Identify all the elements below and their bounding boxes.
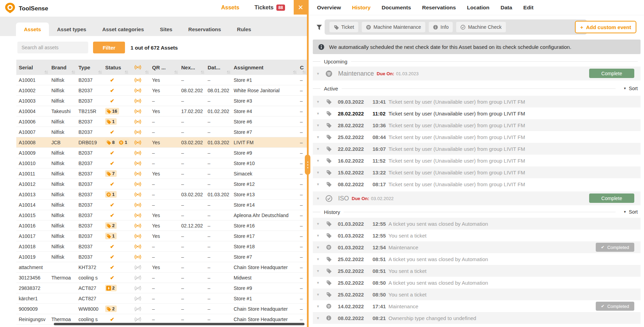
asset-row-a10015[interactable]: A10015NilfiskB2037✔Yes––Apleona Ahr Deut… — [16, 210, 307, 221]
column-header-nex[interactable]: Nex... — [179, 60, 205, 75]
detail-tab-location[interactable]: Location — [467, 5, 490, 11]
expand-caret-icon[interactable]: ▼ — [316, 197, 321, 200]
detail-tab-data[interactable]: Data — [501, 5, 512, 11]
add-custom-event-button[interactable]: + Add custom event — [575, 21, 636, 33]
asset-row-a10002[interactable]: A10002NilfiskB2037✔Yes08.02.20208.01.202… — [16, 85, 307, 96]
filter-funnel-icon[interactable] — [316, 25, 322, 30]
asset-row-a10019[interactable]: A10019NilfiskB2037✔–––Store #7– — [16, 252, 307, 262]
column-resize-handle[interactable] — [227, 71, 230, 74]
search-input[interactable] — [17, 42, 88, 53]
history-event-row[interactable]: ▼08.02.202208:21Ownership type changed t… — [313, 312, 641, 324]
expand-caret-icon[interactable]: ▼ — [316, 182, 321, 186]
expand-caret-icon[interactable]: ▼ — [316, 234, 321, 238]
detail-tab-edit[interactable]: Edit — [523, 5, 533, 11]
history-event-row[interactable]: ▼01.02.202210:57Ownership type changed t… — [313, 324, 641, 327]
column-header-brand[interactable]: Brand — [49, 60, 76, 75]
history-event-row[interactable]: ▼25.02.202208:51A ticket you sent was cl… — [313, 253, 641, 265]
detail-tab-history[interactable]: History — [352, 5, 370, 11]
filter-chip-info[interactable]: Info — [429, 22, 453, 32]
asset-row-a10003[interactable]: A10003NilfiskB2037✔–––Store #3– — [16, 96, 307, 106]
tab-asset-categories[interactable]: Asset categories — [94, 23, 152, 36]
asset-row-a10013[interactable]: A10013NilfiskB20371–03.02.20201.03.202St… — [16, 189, 307, 200]
detail-tab-overview[interactable]: Overview — [317, 5, 341, 11]
expand-caret-icon[interactable]: ▼ — [316, 171, 321, 174]
expand-caret-icon[interactable]: ▼ — [316, 304, 321, 308]
sort-active-control[interactable]: ▼ Sort — [623, 86, 638, 91]
history-event-row[interactable]: ▼14.02.202217:41Maintenance✔Completed — [313, 300, 641, 312]
column-header-c[interactable]: C — [298, 60, 307, 75]
expand-caret-icon[interactable]: ▼ — [316, 72, 321, 76]
asset-row-a10009[interactable]: A10009NilfiskB2037✔–––Store #9– — [16, 148, 307, 158]
history-event-row[interactable]: ▼25.02.202208:51You sent a ticket — [313, 265, 641, 277]
column-resize-handle[interactable] — [125, 71, 128, 74]
tab-rules[interactable]: Rules — [229, 23, 259, 36]
history-event-row[interactable]: ▼25.02.202208:50A ticket you sent was cl… — [313, 277, 641, 289]
asset-row-29838372[interactable]: 29838372ACT8272–––Store #9– — [16, 283, 307, 293]
column-resize-handle[interactable] — [293, 71, 296, 74]
expand-caret-icon[interactable]: ▼ — [316, 316, 321, 320]
expand-caret-icon[interactable]: ▼ — [316, 222, 321, 226]
active-event-row[interactable]: ▼22.02.202216:07Ticket sent by user (Una… — [313, 143, 641, 155]
detail-tab-reservations[interactable]: Reservations — [422, 5, 456, 11]
asset-row-a10007[interactable]: A10007NilfiskB2037✔–––Store #7– — [16, 127, 307, 137]
column-header-dat[interactable]: Dat... — [205, 60, 231, 75]
asset-row-kärcher1[interactable]: kärcher1ACT827–––Store #1– — [16, 293, 307, 304]
column-header-assignment[interactable]: Assignment — [231, 60, 298, 75]
filter-chip-machine-maintenance[interactable]: Machine Maintenance — [362, 22, 425, 32]
divider-drag-handle[interactable] — [305, 155, 310, 175]
expand-caret-icon[interactable]: ▼ — [316, 269, 321, 273]
complete-button[interactable]: Complete — [589, 193, 634, 203]
column-resize-handle[interactable] — [45, 71, 48, 74]
asset-row-30123456[interactable]: 30123456Thermoacooling s✔–––Midwest– — [16, 273, 307, 283]
active-event-row[interactable]: ▼25.02.202208:44Ticket sent by user (Una… — [313, 131, 641, 143]
toolsense-logo[interactable]: ToolSense — [4, 2, 48, 15]
expand-caret-icon[interactable]: ▼ — [316, 159, 321, 163]
expand-caret-icon[interactable]: ▼ — [316, 112, 321, 115]
detail-tab-documents[interactable]: Documents — [382, 5, 411, 11]
asset-row-a10008[interactable]: A10008JCBDRB01981Yes03.02.20201.03.202LI… — [16, 137, 307, 148]
asset-row-attachment[interactable]: attachmentKHT372✔Yes––Chain Store Headqu… — [16, 262, 307, 273]
expand-caret-icon[interactable]: ▼ — [316, 293, 321, 296]
asset-row-a10018[interactable]: A10018NilfiskB2037✔–––Store #18– — [16, 241, 307, 252]
asset-row-a10010[interactable]: A10010NilfiskB2037✔–––Store #10– — [16, 158, 307, 169]
close-drawer-button[interactable]: ✕ — [294, 0, 308, 15]
expand-caret-icon[interactable]: ▼ — [316, 281, 321, 285]
column-header-status[interactable]: Status — [103, 60, 129, 75]
asset-row-a10001[interactable]: A10001NilfiskB2037✔Yes––Store #1– — [16, 75, 307, 85]
expand-caret-icon[interactable]: ▼ — [316, 135, 321, 139]
upcoming-maintenance-row[interactable]: ▼ Maintenance Due On: 01.03.2023 Complet… — [313, 67, 641, 80]
sort-history-control[interactable]: ▼ Sort — [623, 209, 638, 215]
horizontal-scrollbar[interactable] — [54, 323, 304, 325]
column-resize-handle[interactable] — [99, 71, 102, 74]
history-event-row[interactable]: ▼01.03.202212:54Maintenance✔Completed — [313, 241, 641, 253]
active-event-row[interactable]: ▼28.02.202210:36Ticket sent by user (Una… — [313, 119, 641, 131]
column-resize-handle[interactable] — [72, 71, 75, 74]
column-resize-handle[interactable] — [201, 71, 204, 74]
column-header-signal[interactable] — [129, 60, 150, 75]
active-event-row[interactable]: ▼16.02.202211:52Ticket sent by user (Una… — [313, 155, 641, 166]
active-event-row[interactable]: ▼15.02.202213:22Ticket sent by user (Una… — [313, 166, 641, 178]
history-event-row[interactable]: ▼25.02.202208:50You sent a ticket — [313, 289, 641, 300]
column-header-serial[interactable]: Serial — [16, 60, 49, 75]
column-header-type[interactable]: Type — [76, 60, 103, 75]
asset-row-a10014[interactable]: A10014NilfiskB2037✔–––Store #14– — [16, 200, 307, 210]
expand-caret-icon[interactable]: ▼ — [316, 100, 321, 104]
asset-row-a10006[interactable]: A10006NilfiskB20371–––Store #6– — [16, 117, 307, 127]
nav-assets[interactable]: Assets — [221, 5, 239, 11]
asset-row-9009009[interactable]: 9009009WW80002–––Chain Store Headquarter… — [16, 304, 307, 314]
active-event-row[interactable]: ▼09.03.202213:41Ticket sent by user (Una… — [313, 96, 641, 107]
column-resize-handle[interactable] — [303, 71, 306, 74]
history-event-row[interactable]: ▼01.03.202212:55A ticket you sent was cl… — [313, 218, 641, 230]
tab-assets[interactable]: Assets — [16, 23, 49, 36]
tab-asset-types[interactable]: Asset types — [49, 23, 94, 36]
expand-caret-icon[interactable]: ▼ — [316, 147, 321, 151]
column-resize-handle[interactable] — [175, 71, 178, 74]
expand-caret-icon[interactable]: ▼ — [316, 246, 321, 249]
asset-row-a10011[interactable]: A10011NilfiskB20377Yes––Simacek– — [16, 169, 307, 179]
active-event-row[interactable]: ▼08.02.202208:17Ticket sent by user (Una… — [313, 178, 641, 190]
column-header-qr[interactable]: QR ... — [150, 60, 179, 75]
asset-row-a10004[interactable]: A10004TakeushiTB215R16Yes17.02.20201.02.… — [16, 106, 307, 117]
column-resize-handle[interactable] — [145, 71, 149, 74]
history-event-row[interactable]: ▼01.03.202212:55You sent a ticket — [313, 230, 641, 241]
tab-sites[interactable]: Sites — [152, 23, 180, 36]
